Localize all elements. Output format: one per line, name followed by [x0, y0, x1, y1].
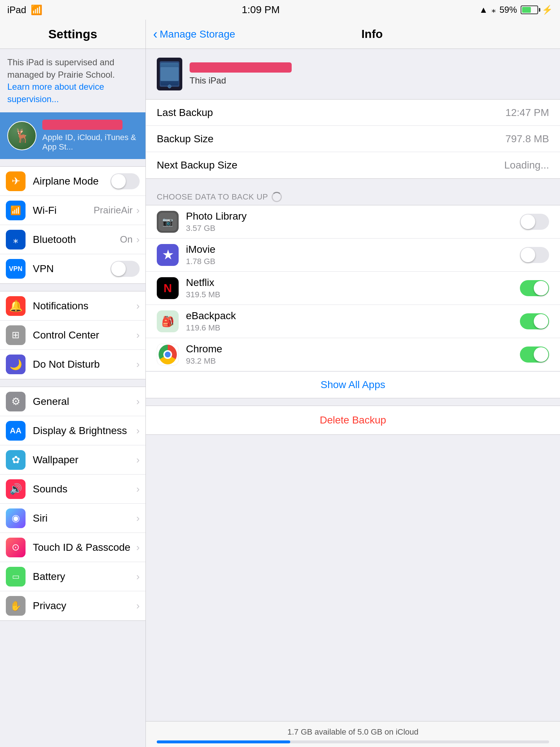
- sidebar-item-bluetooth[interactable]: ⁎ Bluetooth On ›: [0, 225, 145, 254]
- sidebar-item-privacy[interactable]: ✋ Privacy ›: [0, 591, 145, 620]
- profile-section[interactable]: 🦌 Apple ID, iCloud, iTunes & App St...: [0, 112, 145, 159]
- backup-size-row: Backup Size 797.8 MB: [146, 126, 560, 152]
- battery-settings-icon: ▭: [6, 567, 26, 587]
- loading-spinner: [272, 192, 282, 202]
- sounds-label: Sounds: [33, 483, 136, 495]
- back-chevron-icon: ‹: [153, 28, 158, 41]
- section-header-text: CHOOSE DATA TO BACK UP: [157, 192, 268, 202]
- dnd-label: Do Not Disturb: [33, 359, 136, 370]
- sidebar-item-battery[interactable]: ▭ Battery ›: [0, 562, 145, 591]
- sidebar-item-general[interactable]: ⚙ General ›: [0, 387, 145, 416]
- netflix-info: Netflix 319.5 MB: [186, 277, 520, 299]
- sidebar-item-sounds[interactable]: 🔊 Sounds ›: [0, 475, 145, 504]
- photo-library-toggle[interactable]: [520, 214, 549, 230]
- display-chevron: ›: [136, 425, 140, 437]
- ebackpack-info: eBackpack 119.6 MB: [186, 310, 520, 333]
- wifi-icon: 📶: [31, 4, 42, 16]
- backup-size-label: Backup Size: [157, 133, 505, 145]
- storage-bar: [157, 740, 549, 743]
- bluetooth-settings-icon: ⁎: [6, 230, 26, 249]
- dnd-chevron: ›: [136, 359, 140, 370]
- chrome-info: Chrome 93.2 MB: [186, 343, 520, 366]
- vpn-toggle[interactable]: [110, 261, 140, 277]
- general-chevron: ›: [136, 396, 140, 407]
- chrome-name: Chrome: [186, 343, 520, 355]
- chrome-toggle[interactable]: [520, 347, 549, 363]
- wifi-settings-icon: 📶: [6, 201, 26, 220]
- airplane-label: Airplane Mode: [33, 175, 110, 187]
- netflix-icon: N: [157, 277, 179, 299]
- general-label: General: [33, 396, 136, 407]
- battery-chevron: ›: [136, 571, 140, 582]
- privacy-label: Privacy: [33, 600, 136, 612]
- profile-name-redacted: [42, 120, 122, 130]
- show-all-row[interactable]: Show All Apps: [146, 371, 560, 398]
- imovie-info: iMovie 1.78 GB: [186, 244, 520, 266]
- sidebar-item-do-not-disturb[interactable]: 🌙 Do Not Disturb ›: [0, 350, 145, 379]
- time-display: 1:09 PM: [242, 4, 280, 16]
- netflix-toggle[interactable]: [520, 280, 549, 296]
- storage-footer: 1.7 GB available of 5.0 GB on iCloud: [146, 721, 560, 747]
- next-backup-label: Next Backup Size: [157, 159, 504, 171]
- sidebar-item-siri[interactable]: ◉ Siri ›: [0, 504, 145, 533]
- ebackpack-toggle[interactable]: [520, 313, 549, 329]
- siri-icon: ◉: [6, 508, 26, 528]
- supervision-notice: This iPad is supervised and managed by P…: [0, 49, 145, 112]
- chrome-center: [163, 350, 172, 359]
- control-center-icon: ⊞: [6, 325, 26, 345]
- supervision-link[interactable]: Learn more about device supervision...: [7, 82, 104, 104]
- list-item: N Netflix 319.5 MB: [146, 272, 560, 305]
- privacy-chevron: ›: [136, 600, 140, 612]
- photo-library-info: Photo Library 3.57 GB: [186, 210, 520, 233]
- sidebar-item-wallpaper[interactable]: ✿ Wallpaper ›: [0, 445, 145, 475]
- imovie-icon: ★: [157, 244, 179, 266]
- apps-card: 📷 Photo Library 3.57 GB ★ iMovie 1.78 GB: [146, 205, 560, 398]
- imovie-size: 1.78 GB: [186, 257, 520, 266]
- sidebar-item-vpn[interactable]: VPN VPN: [0, 254, 145, 283]
- notifications-label: Notifications: [33, 300, 136, 312]
- sidebar-item-display[interactable]: AA Display & Brightness ›: [0, 416, 145, 445]
- wallpaper-icon: ✿: [6, 450, 26, 470]
- backup-info-card: Last Backup 12:47 PM Backup Size 797.8 M…: [146, 99, 560, 179]
- battery-label: Battery: [33, 571, 136, 582]
- control-center-label: Control Center: [33, 329, 136, 341]
- delete-backup-card[interactable]: Delete Backup: [146, 406, 560, 435]
- netflix-name: Netflix: [186, 277, 520, 289]
- show-all-button[interactable]: Show All Apps: [320, 379, 385, 391]
- device-subtitle: This iPad: [190, 76, 549, 86]
- siri-chevron: ›: [136, 512, 140, 524]
- touch-id-chevron: ›: [136, 542, 140, 553]
- battery-icon: [521, 5, 538, 14]
- sidebar-item-notifications[interactable]: 🔔 Notifications ›: [0, 291, 145, 321]
- sidebar-item-control-center[interactable]: ⊞ Control Center ›: [0, 321, 145, 350]
- back-label[interactable]: Manage Storage: [160, 28, 235, 40]
- list-item: Chrome 93.2 MB: [146, 338, 560, 371]
- display-label: Display & Brightness: [33, 425, 136, 437]
- sidebar-item-wifi[interactable]: 📶 Wi-Fi PrairieAir ›: [0, 196, 145, 225]
- info-title: Info: [235, 27, 509, 41]
- profile-info: Apple ID, iCloud, iTunes & App St...: [42, 120, 138, 152]
- device-name-area: This iPad: [190, 62, 549, 86]
- device-section: This iPad: [146, 49, 560, 99]
- settings-title: Settings: [0, 20, 145, 49]
- ebackpack-name: eBackpack: [186, 310, 520, 322]
- ebackpack-icon: 🎒: [157, 310, 179, 332]
- delete-backup-button[interactable]: Delete Backup: [320, 414, 386, 426]
- section-header-choose-data: CHOOSE DATA TO BACK UP: [146, 186, 560, 205]
- notifications-icon: 🔔: [6, 296, 26, 316]
- chrome-size: 93.2 MB: [186, 356, 520, 366]
- spacer: [146, 442, 560, 721]
- airplane-toggle[interactable]: [110, 173, 140, 189]
- supervision-text: This iPad is supervised and managed by P…: [7, 57, 115, 80]
- imovie-toggle[interactable]: [520, 247, 549, 263]
- sidebar-item-touch-id[interactable]: ⊙ Touch ID & Passcode ›: [0, 533, 145, 562]
- bluetooth-label: Bluetooth: [33, 234, 120, 245]
- sidebar-item-airplane-mode[interactable]: ✈ Airplane Mode: [0, 167, 145, 196]
- photo-library-size: 3.57 GB: [186, 224, 520, 233]
- photo-library-name: Photo Library: [186, 210, 520, 222]
- back-button[interactable]: ‹ Manage Storage: [153, 28, 235, 41]
- profile-subtitle: Apple ID, iCloud, iTunes & App St...: [42, 133, 138, 152]
- photo-library-icon: 📷: [157, 211, 179, 233]
- battery-fill: [522, 7, 531, 13]
- status-right: ▲ ⁎ 59% ⚡: [479, 5, 553, 15]
